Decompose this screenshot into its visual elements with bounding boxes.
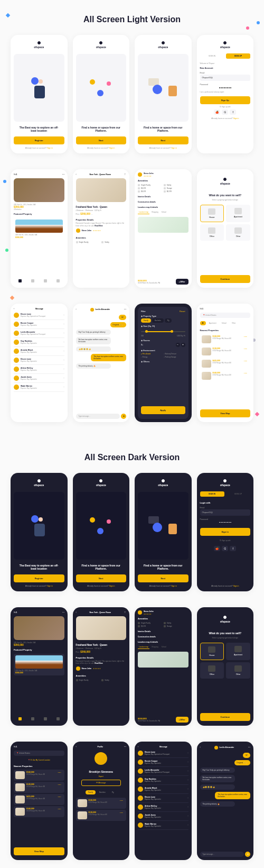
property-card[interactable]: 426 Vine St, #201, Seattle, WA$350,000 (14, 654, 64, 675)
choice-apartment[interactable]: Apartment (226, 205, 250, 222)
property-card[interactable]: $415,0003720 Range Rd, Huron MI+Offer (14, 794, 64, 805)
msg-item[interactable]: Bessie CooperExpress Buy Specialist› (138, 758, 188, 767)
menu-icon[interactable]: ⋯ (62, 611, 64, 614)
property-card[interactable]: $129,0003720 Range Rd, Huron MI+Offer (200, 346, 251, 357)
current-location-button[interactable]: 📍 Or Use My Current Location (14, 759, 64, 761)
property-card[interactable]: $415,0003720 Range Rd, Huron MI+Offer (200, 358, 251, 369)
chat-input[interactable]: Type message... (76, 414, 120, 419)
choice-apartment[interactable]: Apartment (226, 643, 250, 660)
footer-link[interactable]: Already have an account? Sign in (14, 146, 64, 150)
tab-school[interactable]: School (161, 211, 167, 214)
nav-search-icon[interactable] (31, 279, 34, 282)
msg-item[interactable]: Arlene McCoyExpress Buy Specialist› (138, 803, 188, 812)
back-icon[interactable]: ‹ (76, 308, 77, 310)
back-icon[interactable]: ‹ (138, 746, 138, 748)
pill-bachelor[interactable]: Bachelor (152, 318, 164, 323)
more-icon[interactable]: ⋯ (248, 746, 250, 748)
msg-item[interactable]: Guy HawkinsExpress Buy Specialist› (138, 776, 188, 785)
nav-profile-icon[interactable] (56, 279, 60, 282)
detail-image[interactable] (76, 178, 127, 202)
email-field[interactable]: Ofspace91@ (200, 75, 251, 81)
property-card[interactable]: $168,0003720 Range Rd, Huron MI+Offer (200, 334, 251, 345)
map[interactable] (138, 217, 188, 233)
property-card[interactable]: 426 Vine St, #201, Seattle, WA $350,000 (14, 218, 64, 240)
property-card[interactable]: $168,0003720 Range Rd, Huron MI+Offer (14, 806, 64, 817)
msg-item[interactable]: Jacob JonesExpress Buy Specialist› (14, 374, 64, 383)
choice-house[interactable]: House (200, 205, 224, 222)
heart-icon[interactable]: ♡ (124, 173, 126, 176)
next-button[interactable]: Next (76, 574, 127, 582)
menu-icon[interactable]: ⋯ (62, 173, 64, 176)
choice-office[interactable]: Office (200, 224, 224, 241)
email-field[interactable]: Ofspace91@ (200, 509, 251, 516)
facebook-icon[interactable]: f (230, 546, 236, 551)
msg-item[interactable]: Devon LaneExpress Buy Specialist of Tran… (138, 749, 188, 758)
register-button[interactable]: Register (14, 136, 64, 144)
msg-item[interactable]: Jacob JonesExpress Buy Specialist› (138, 812, 188, 821)
choice-other[interactable]: Other (226, 224, 250, 241)
back-icon[interactable]: ‹ (76, 611, 77, 614)
msg-item[interactable]: Devon LaneExpress Buy Specialist of Tran… (14, 311, 64, 320)
facebook-icon[interactable]: f (230, 109, 236, 115)
msg-item[interactable]: Devon LaneExpress Buy Specialist› (138, 794, 188, 803)
search-input[interactable]: 📍 United States (200, 313, 251, 318)
google-icon[interactable]: G (222, 109, 228, 115)
apply-button[interactable]: Apply (141, 406, 185, 414)
next-button[interactable]: Next (138, 136, 188, 144)
signin-button[interactable]: Sign in (200, 528, 251, 536)
viewmap-button[interactable]: View Map (200, 409, 251, 417)
chat-input[interactable]: Type message... (200, 852, 244, 857)
msg-item[interactable]: Bessie CooperExpress Buy Specialist› (14, 320, 64, 329)
back-icon[interactable]: ‹ (14, 308, 14, 310)
tab-shopping[interactable]: Shopping (150, 211, 159, 214)
more-icon[interactable]: ⋯ (124, 746, 126, 748)
offer-button[interactable]: +Offer (176, 279, 188, 285)
continue-button[interactable]: Continue (200, 275, 251, 283)
property-card[interactable]: $168,0003720 Range Rd, Huron MI+Offer (14, 770, 64, 781)
size-slider[interactable] (141, 331, 185, 332)
viewmap-button[interactable]: View Map (14, 847, 64, 855)
property-card[interactable]: $168,0003720 Range Rd, Huron MI+Offer (200, 370, 251, 381)
choice-other[interactable]: Other (226, 662, 250, 679)
message-button[interactable]: ✉ Message (81, 780, 121, 786)
plus-button[interactable]: + (181, 343, 185, 347)
msg-item[interactable]: Devon LaneExpress Buy Specialist› (14, 356, 64, 365)
register-button[interactable]: Register (14, 574, 64, 582)
msg-item[interactable]: Leslie AlexanderExpress Buy Specialist o… (138, 767, 188, 776)
next-button[interactable]: Next (138, 574, 188, 582)
property-card[interactable]: $168,0003720 Range Rd, Huron MI+Offer (76, 798, 127, 809)
minus-button[interactable]: − (176, 343, 180, 347)
msg-item[interactable]: Annette BlackExpress Buy Specialist› (138, 785, 188, 794)
apple-icon[interactable]: 🍎 (214, 109, 220, 115)
tab-signin[interactable]: SIGN IN (200, 53, 224, 59)
nav-msg-icon[interactable] (44, 279, 47, 282)
property-card[interactable]: $129,0003720 Range Rd, Huron MI+Offer (14, 782, 64, 793)
msg-item[interactable]: Leslie AlexanderExpress Buy Specialist o… (14, 329, 64, 338)
pill-family[interactable]: Family (141, 318, 151, 323)
signup-button[interactable]: Sign Up (200, 96, 251, 104)
tab-signup[interactable]: SIGN UP (226, 53, 250, 59)
tab-signup[interactable]: SIGN UP (226, 491, 250, 497)
continue-button[interactable]: Continue (200, 713, 251, 721)
next-button[interactable]: Next (76, 136, 127, 144)
choice-office[interactable]: Office (200, 662, 224, 679)
search-input[interactable]: 📍 United States (14, 751, 64, 756)
more-icon[interactable]: ⋯ (124, 308, 126, 310)
msg-item[interactable]: Guy HawkinsExpress Buy Specialist› (14, 338, 64, 347)
back-icon[interactable]: ‹ (76, 746, 77, 748)
pill-pg[interactable]: Pg (165, 318, 172, 323)
google-icon[interactable]: G (222, 546, 228, 551)
msg-item[interactable]: Annette BlackExpress Buy Specialist› (14, 347, 64, 356)
hero-image[interactable] (14, 178, 64, 202)
back-icon[interactable]: ‹ (200, 746, 201, 748)
nav-home-icon[interactable] (18, 279, 22, 282)
reset-button[interactable]: Reset (180, 310, 185, 313)
apple-icon[interactable]: 🍎 (214, 546, 220, 551)
msg-item[interactable]: Wade WarrenExpress Buy Specialist› (14, 383, 64, 392)
property-card[interactable]: $129,0003720 Range Rd, Huron MI+Offer (76, 810, 127, 821)
back-icon[interactable]: ‹ (76, 173, 77, 176)
tab-signin[interactable]: SIGN IN (200, 491, 224, 497)
choice-house[interactable]: House (200, 643, 224, 660)
msg-item[interactable]: Arlene McCoyExpress Buy Specialist› (14, 365, 64, 374)
heart-icon[interactable]: ♡ (124, 611, 126, 614)
